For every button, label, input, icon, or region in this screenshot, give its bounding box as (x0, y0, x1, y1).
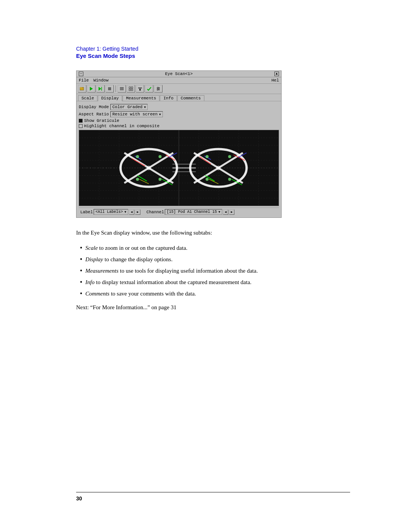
toolbar-btn-next[interactable] (96, 85, 105, 93)
list-item-measurements: • Measurements to use tools for displayi… (80, 266, 350, 275)
toolbar-btn-grid[interactable] (127, 85, 135, 93)
svg-point-76 (159, 155, 162, 158)
footer-divider (76, 492, 350, 492)
svg-point-19 (158, 88, 159, 89)
svg-rect-7 (120, 88, 124, 89)
svg-rect-5 (108, 87, 111, 90)
svg-point-72 (147, 166, 151, 170)
toolbar-btn-open[interactable] (78, 85, 86, 93)
svg-rect-12 (131, 89, 133, 91)
svg-rect-9 (129, 87, 131, 88)
aspect-ratio-label: Aspect Ratio (79, 112, 109, 117)
bottom-channel-prev[interactable]: ◀ (223, 209, 228, 215)
list-item-comments: • Comments to save your comments with th… (80, 289, 350, 298)
svg-point-77 (159, 178, 162, 181)
svg-rect-6 (120, 87, 124, 88)
svg-rect-14 (139, 89, 141, 91)
toolbar-btn-stop[interactable] (105, 85, 114, 93)
svg-marker-2 (90, 87, 93, 91)
page-heading: Eye Scan Mode Steps (76, 53, 350, 59)
bottom-channel-next[interactable]: ▶ (229, 209, 234, 215)
eye-scan-display (79, 130, 279, 206)
show-graticule-label: Show Graticule (84, 118, 119, 123)
subtab-list: • Scale to zoom in or out on the capture… (80, 243, 350, 298)
svg-point-75 (136, 178, 139, 181)
window-resize-btn[interactable]: ▲ (274, 72, 279, 76)
bottom-channel-text: Channel (147, 210, 164, 214)
display-mode-label: Display Mode (79, 105, 109, 109)
bottom-label-text: Label (80, 210, 93, 214)
eye-scan-window: ─ Eye Scan<1> ▲ File Window Hel (76, 70, 282, 218)
list-item-display: • Display to change the display options. (80, 255, 350, 264)
svg-rect-11 (129, 89, 131, 91)
display-mode-dropdown[interactable]: Color Graded ▼ (110, 104, 148, 110)
next-text: Next: “For More Information...” on page … (76, 304, 350, 311)
bottom-channel-dropdown[interactable]: [15] Pod A1 Channel 15 ▼ (165, 209, 222, 215)
svg-point-80 (228, 155, 231, 158)
page-number: 30 (76, 495, 350, 502)
svg-rect-8 (120, 89, 124, 90)
intro-text: In the Eye Scan display window, use the … (76, 228, 350, 237)
breadcrumb-chapter: Chapter 1: Getting Started (76, 46, 350, 52)
svg-rect-10 (131, 87, 133, 88)
list-item-scale: • Scale to zoom in or out on the capture… (80, 243, 350, 252)
list-item-info: • Info to display textual information ab… (80, 278, 350, 287)
tab-comments[interactable]: Comments (177, 95, 204, 101)
menu-help[interactable]: Hel (271, 78, 279, 83)
svg-marker-3 (99, 87, 101, 91)
window-close-btn[interactable]: ─ (79, 72, 83, 76)
tab-measurements[interactable]: Measurements (123, 95, 159, 101)
menu-file[interactable]: File (79, 78, 89, 83)
tab-scale[interactable]: Scale (78, 95, 97, 101)
tab-display[interactable]: Display (98, 95, 122, 101)
svg-rect-13 (138, 88, 142, 88)
toolbar-btn-settings[interactable] (154, 85, 162, 93)
svg-point-74 (136, 155, 139, 158)
page-footer: 30 (76, 492, 350, 502)
svg-point-18 (158, 87, 159, 88)
svg-point-20 (157, 89, 158, 91)
svg-point-79 (206, 178, 209, 181)
window-title: Eye Scan<1> (83, 72, 274, 76)
svg-rect-1 (80, 87, 82, 88)
toolbar-btn-play[interactable] (87, 85, 96, 93)
svg-point-73 (216, 166, 221, 170)
toolbar-btn-props[interactable] (136, 85, 144, 93)
menu-window[interactable]: Window (93, 78, 108, 83)
highlight-label: Highlight channel in composite (84, 124, 159, 128)
svg-point-81 (228, 178, 231, 181)
toolbar-btn-list[interactable] (118, 85, 126, 93)
toolbar-btn-check[interactable] (145, 85, 153, 93)
highlight-checkbox[interactable] (79, 124, 83, 128)
aspect-ratio-dropdown[interactable]: Resize with screen ▼ (110, 111, 163, 117)
svg-point-78 (206, 155, 209, 158)
tab-info[interactable]: Info (160, 95, 177, 101)
bottom-label-next[interactable]: ▶ (135, 209, 140, 215)
bottom-label-dropdown[interactable]: <All Labels> ▼ (94, 209, 128, 215)
bottom-label-prev[interactable]: ◀ (129, 209, 134, 215)
show-graticule-checkbox[interactable] (79, 119, 83, 123)
